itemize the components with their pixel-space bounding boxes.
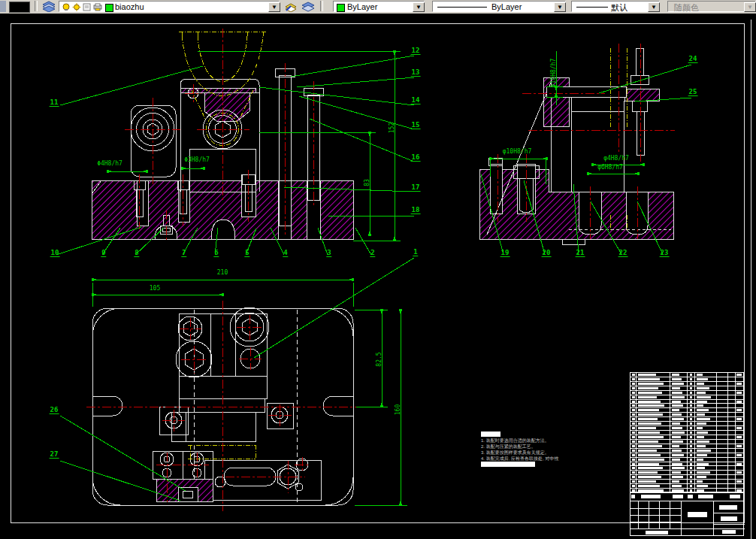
current-color-swatch (337, 4, 345, 12)
callout-5: 5 (244, 249, 249, 257)
callout-25: 25 (688, 88, 698, 96)
callout-10: 10 (50, 249, 60, 257)
callout-24: 24 (688, 55, 698, 63)
linetype-sample (437, 7, 487, 8)
layer-color-swatch (105, 4, 113, 12)
drawing-canvas[interactable]: 1234567891011121314151617181920212223242… (0, 14, 756, 539)
leader-lines (56, 56, 691, 501)
lineweight-dropdown-arrow[interactable]: ▼ (648, 2, 660, 12)
lightbulb-icon (62, 3, 71, 11)
callout-3: 3 (326, 249, 331, 257)
color-dropdown-arrow[interactable]: ▼ (413, 2, 425, 12)
notes-heading-highlight (481, 432, 500, 437)
make-object-layer-current-icon[interactable] (284, 1, 299, 12)
lineweight-control-dropdown[interactable]: 默认 ▼ (571, 1, 660, 12)
current-lineweight-value: 默认 (611, 2, 627, 14)
dimension-text: 105 (150, 285, 160, 292)
callout-7: 7 (181, 249, 186, 257)
printer-icon (93, 3, 103, 11)
dimension-text: Φ10H8/h7 (550, 59, 557, 88)
technical-note-line: 1. 装配时要选用合适的装配方法。 (481, 438, 549, 444)
callout-8: 8 (134, 249, 139, 257)
callout-11: 11 (50, 98, 59, 107)
callout-27: 27 (50, 450, 59, 459)
layer-previous-icon[interactable] (301, 1, 316, 12)
callout-20: 20 (542, 249, 552, 257)
color-control-dropdown[interactable]: ByLayer ▼ (333, 1, 425, 12)
lock-icon (83, 3, 92, 11)
callout-1: 1 (413, 248, 418, 256)
current-layer-name: biaozhu (115, 2, 144, 11)
dimension-text: 160 (395, 404, 401, 415)
callout-12: 12 (411, 47, 421, 55)
callout-23: 23 (660, 249, 670, 257)
side-view (479, 44, 675, 244)
callout-16: 16 (411, 153, 421, 162)
callout-22: 22 (618, 249, 628, 257)
clipped-toolbar-icon[interactable] (0, 1, 6, 12)
callout-21: 21 (576, 249, 585, 257)
notes-footer-highlight (481, 462, 535, 467)
layers-icon[interactable] (41, 1, 57, 12)
toolbar-separator (35, 1, 38, 11)
cad-application-window: biaozhu ▼ ByLayer ▼ ByLayer ▼ 默认 (0, 0, 756, 539)
callout-19: 19 (500, 249, 510, 257)
filled-rectangle-icon[interactable] (9, 2, 30, 13)
callout-2: 2 (370, 249, 375, 257)
linetype-control-dropdown[interactable]: ByLayer ▼ (432, 1, 566, 12)
callout-18: 18 (411, 206, 421, 214)
callout-26: 26 (50, 406, 59, 414)
layer-control-dropdown[interactable]: biaozhu ▼ (59, 1, 280, 12)
lineweight-sample (576, 7, 608, 8)
front-view (92, 29, 353, 242)
dimension-text: φ6H8/h7 (597, 164, 623, 171)
callout-15: 15 (411, 121, 421, 129)
plotstyle-dropdown-arrow: ▼ (744, 2, 756, 12)
plotstyle-control-dropdown: 随颜色 ▼ (667, 1, 756, 12)
current-plotstyle-value: 随颜色 (674, 2, 699, 14)
callout-14: 14 (411, 96, 421, 104)
current-linetype-value: ByLayer (491, 2, 522, 11)
dimension-text: 152 (389, 123, 395, 133)
current-color-value: ByLayer (347, 2, 377, 11)
technical-note-line: 3. 装配要按图样要求及有关规定。 (481, 450, 549, 456)
dimension-text: φ10H8/h7 (503, 148, 532, 155)
callout-17: 17 (411, 183, 421, 192)
callout-6: 6 (213, 249, 219, 257)
dimension-text: Φ4H8/h7 (97, 160, 122, 167)
dimension-text: 83 (364, 179, 370, 186)
drawing-title-text (688, 512, 707, 517)
toolbar-separator (320, 1, 323, 11)
technical-note-line: 2. 装配与压紧的装配工艺。 (481, 444, 536, 450)
parts-list-header-row (630, 492, 744, 501)
linetype-dropdown-arrow[interactable]: ▼ (554, 2, 566, 12)
dimension-text: φ4H8/h7 (603, 155, 629, 162)
layer-dropdown-arrow[interactable]: ▼ (268, 2, 280, 12)
dimension-text: 82.5 (376, 352, 383, 366)
callout-13: 13 (411, 68, 421, 77)
title-block (630, 501, 744, 536)
technical-note-line: 4. 装配完成后, 应检查各联接处, 对中性 (481, 456, 558, 462)
dimension-text: 210 (217, 269, 228, 276)
callout-4: 4 (283, 249, 288, 257)
plan-view (86, 301, 359, 511)
object-properties-toolbar: biaozhu ▼ ByLayer ▼ ByLayer ▼ 默认 (0, 0, 756, 14)
parts-list-table (630, 372, 744, 492)
dimension-text: Φ3H8/h7 (184, 156, 210, 163)
sun-icon (72, 3, 81, 11)
callout-9: 9 (101, 249, 106, 257)
